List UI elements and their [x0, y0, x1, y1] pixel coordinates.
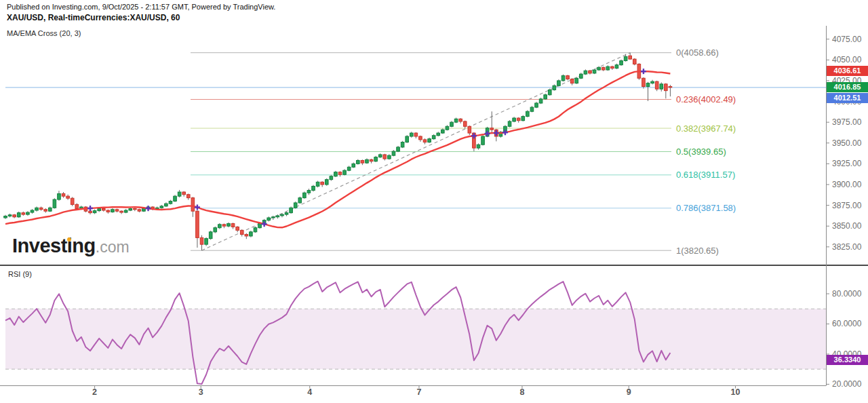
- candle-up: [392, 151, 395, 155]
- time-axis[interactable]: [0, 386, 826, 403]
- candle-down: [414, 133, 418, 136]
- candle-up: [8, 215, 12, 216]
- candle-down: [39, 208, 43, 209]
- candle-up: [303, 193, 307, 197]
- watermark-suffix: .com: [96, 238, 130, 256]
- candle-up: [312, 186, 315, 190]
- candle-down: [71, 198, 74, 204]
- watermark-yellow-dot: [67, 237, 71, 242]
- candle-up: [124, 210, 127, 212]
- candle-up: [646, 83, 650, 87]
- fib-level-label: 0(4058.66): [676, 47, 719, 58]
- candle-down: [120, 211, 123, 212]
- candle-up: [513, 118, 516, 121]
- fib-level-label: 0.618(3911.57): [676, 170, 735, 180]
- investing-watermark-logo: Investing.com: [12, 235, 130, 257]
- candle-down: [463, 121, 467, 126]
- candle-up: [561, 76, 565, 81]
- candle-down: [633, 59, 636, 64]
- candle-up: [481, 136, 485, 145]
- candle-up: [521, 117, 525, 121]
- candle-down: [570, 79, 574, 83]
- candle-up: [254, 228, 257, 232]
- candle-up: [26, 212, 30, 214]
- candle-up: [214, 228, 217, 232]
- candle-up: [584, 71, 587, 74]
- candle-down: [655, 81, 658, 89]
- candle-up: [169, 201, 172, 204]
- candle-up: [272, 217, 275, 218]
- chart-window: Published on Investing.com, 9/Oct/2025 -…: [0, 0, 868, 403]
- candle-up: [258, 224, 262, 228]
- candle-up: [49, 208, 52, 211]
- candle-up: [53, 199, 56, 208]
- candle-up: [58, 193, 61, 199]
- candle-down: [22, 213, 25, 214]
- candle-up: [535, 103, 538, 107]
- candle-down: [236, 227, 239, 230]
- candle-down: [66, 196, 70, 198]
- candle-up: [316, 182, 319, 186]
- candle-down: [629, 56, 632, 59]
- rsi-band: [5, 309, 826, 369]
- candle-down: [611, 66, 614, 68]
- candle-up: [374, 157, 378, 161]
- candle-up: [129, 209, 132, 210]
- candle-down: [665, 84, 668, 91]
- candle-down: [338, 172, 342, 175]
- candle-up: [290, 208, 293, 212]
- candle-up: [267, 218, 271, 220]
- ema-value-badge: 4012.51: [827, 93, 868, 103]
- candle-down: [106, 210, 110, 212]
- candle-up: [580, 74, 583, 78]
- candle-up: [178, 192, 181, 196]
- candle-up: [450, 122, 454, 126]
- candle-up: [620, 61, 623, 65]
- candle-up: [553, 85, 556, 90]
- rsi-indicator-label: RSI (9): [8, 270, 32, 278]
- candle-down: [13, 215, 16, 217]
- candle-up: [209, 232, 212, 239]
- last-price-badge: 4016.85: [827, 82, 868, 92]
- candle-up: [477, 145, 480, 148]
- candle-up: [174, 196, 177, 201]
- candle-up: [410, 133, 413, 136]
- candle-up: [428, 139, 431, 142]
- candle-up: [281, 214, 284, 216]
- published-line: Published on Investing.com, 9/Oct/2025 -…: [7, 3, 275, 11]
- candle-up: [526, 111, 530, 116]
- chart-canvas[interactable]: 0(4058.66)0.236(4002.49)0.382(3967.74)0.…: [0, 0, 868, 403]
- candle-down: [459, 119, 462, 121]
- candle-up: [432, 136, 435, 139]
- candle-up: [142, 209, 146, 212]
- candle-up: [593, 70, 596, 73]
- candle-down: [423, 140, 427, 142]
- candle-up: [597, 67, 601, 70]
- fib-level-label: 0.382(3967.74): [676, 123, 736, 134]
- candle-up: [544, 95, 547, 99]
- candle-down: [62, 193, 65, 196]
- candle-down: [102, 209, 105, 210]
- candle-up: [401, 142, 404, 147]
- candle-up: [347, 167, 351, 170]
- candle-up: [548, 90, 551, 94]
- fib-level-label: 0.786(3871.58): [676, 203, 736, 213]
- symbol-title: XAU/USD, Real-timeCurrencies:XAU/USD, 60: [7, 13, 180, 22]
- candle-up: [160, 206, 163, 208]
- candle-down: [669, 87, 672, 88]
- candle-up: [298, 198, 302, 203]
- candle-up: [437, 133, 440, 136]
- candle-up: [276, 216, 279, 217]
- price-axis[interactable]: [826, 26, 868, 386]
- candle-up: [325, 180, 328, 185]
- fib-level-label: 1(3820.65): [676, 246, 719, 256]
- candle-up: [35, 208, 39, 210]
- candle-down: [200, 237, 203, 244]
- candle-down: [44, 210, 47, 211]
- candle-down: [191, 198, 195, 212]
- candle-up: [530, 107, 534, 111]
- candle-up: [343, 170, 347, 174]
- candle-up: [165, 204, 168, 206]
- candle-down: [566, 76, 570, 79]
- rsi-value-badge: 36.3340: [827, 355, 868, 365]
